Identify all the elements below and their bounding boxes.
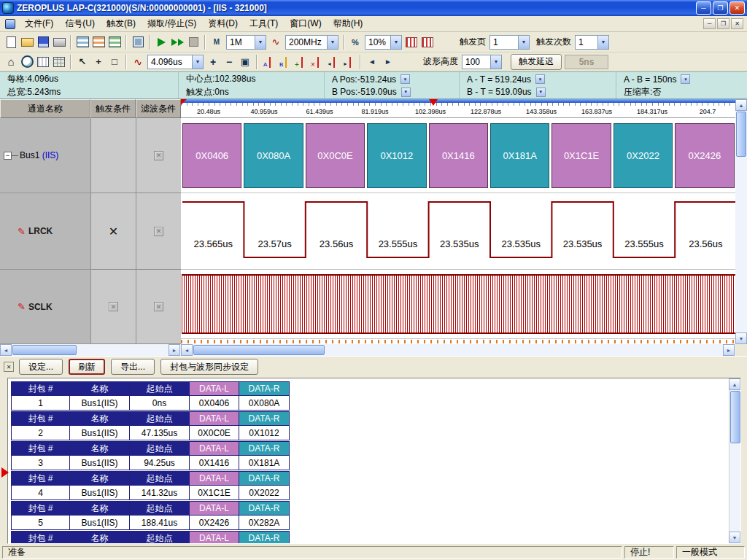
minimize-button[interactable] — [696, 1, 711, 15]
bar-del-icon[interactable] — [309, 54, 325, 70]
column-header-trigger-condition[interactable]: 触发条件 — [90, 99, 136, 118]
menu-item[interactable]: 文件(F) — [19, 15, 59, 32]
sample-rate-icon[interactable] — [268, 34, 284, 50]
sample-depth-select-value[interactable]: 1M — [227, 36, 255, 49]
packet-group[interactable]: 封包 #名称起始点DATA-LDATA-R1Bus1(IIS)0ns0X0406… — [11, 381, 290, 411]
grid-icon[interactable] — [51, 54, 67, 70]
menu-item[interactable]: 窗口(W) — [284, 15, 327, 32]
bar-next-icon[interactable] — [341, 54, 357, 70]
packet-group[interactable]: 封包 #名称起始点DATA-LDATA-R6Bus1(IIS)235.53us0… — [11, 531, 290, 544]
settings-button[interactable]: 设定... — [19, 359, 63, 375]
trigger-page-dropdown-button[interactable] — [518, 36, 529, 49]
bus-data-segment[interactable]: 0X0C0E — [306, 123, 365, 188]
mdi-minimize-button[interactable] — [703, 18, 716, 29]
scroll-left-button[interactable] — [0, 344, 12, 356]
scroll-up-button[interactable] — [735, 99, 747, 111]
export-button[interactable]: 导出... — [111, 359, 155, 375]
trigger-cell-sclk[interactable] — [90, 270, 136, 344]
packet-group[interactable]: 封包 #名称起始点DATA-LDATA-R3Bus1(IIS)94.25us0X… — [11, 441, 290, 470]
trigger-position-select-value[interactable]: 10% — [365, 36, 390, 49]
packet-value-row[interactable]: 3Bus1(IIS)94.25us0X14160X181A — [12, 456, 289, 470]
module-icon[interactable] — [130, 34, 146, 50]
packet-group[interactable]: 封包 #名称起始点DATA-LDATA-R2Bus1(IIS)47.135us0… — [11, 411, 290, 440]
bus-data-segment[interactable]: 0X0406 — [182, 123, 241, 188]
menu-item[interactable]: 信号(U) — [59, 15, 101, 32]
run-icon[interactable] — [153, 34, 169, 50]
filter-cell-bus1[interactable] — [136, 118, 181, 193]
trigger-icon-b-icon[interactable] — [419, 34, 436, 50]
wave-height-dropdown-button[interactable] — [490, 55, 501, 69]
waveform-vscrollbar[interactable] — [735, 99, 747, 344]
menu-item[interactable]: 帮助(H) — [328, 15, 369, 32]
scroll-right-button[interactable] — [169, 344, 180, 356]
a-minus-b-dropdown-button[interactable] — [681, 74, 690, 84]
channel-name-lrck[interactable]: LRCK — [0, 193, 90, 270]
trigger-icon-a-icon[interactable] — [403, 34, 419, 50]
time-ruler[interactable]: 20.48us40.959us61.439us81.919us102.398us… — [181, 99, 735, 118]
bar-b-icon[interactable] — [276, 54, 293, 70]
trigger-page-value[interactable]: 1 — [490, 36, 518, 49]
bus-data-segment[interactable]: 0X2022 — [614, 123, 673, 188]
bus-data-segment[interactable]: 0X1C1E — [551, 123, 611, 188]
time-scale-dropdown-button[interactable] — [192, 55, 203, 69]
trigger-position-select-dropdown-button[interactable] — [390, 36, 401, 49]
mdi-close-button[interactable] — [731, 18, 743, 29]
ruler-grid-icon[interactable] — [35, 54, 51, 70]
bus-data-segment[interactable]: 0X181A — [490, 123, 549, 188]
time-scale-value[interactable]: 4.096us — [148, 55, 192, 69]
zoom-box-icon[interactable] — [107, 54, 123, 70]
b-position-dropdown-button[interactable] — [401, 88, 411, 97]
pointer-icon[interactable] — [74, 54, 90, 70]
document-icon[interactable] — [5, 19, 15, 29]
waveform-icon[interactable] — [130, 54, 146, 70]
packet-value-row[interactable]: 4Bus1(IIS)141.32us0X1C1E0X2022 — [12, 486, 289, 499]
clock-icon[interactable] — [19, 54, 35, 70]
mdi-restore-button[interactable] — [717, 18, 729, 29]
channel-name-sclk[interactable]: SCLK — [0, 270, 90, 344]
wave-height-value[interactable]: 100 — [462, 55, 490, 69]
scroll-thumb[interactable] — [730, 391, 740, 443]
b-minus-t-dropdown-button[interactable] — [536, 88, 546, 97]
bus-data-segment[interactable]: 0X2426 — [675, 123, 734, 188]
packet-group[interactable]: 封包 #名称起始点DATA-LDATA-R5Bus1(IIS)188.41us0… — [11, 501, 290, 530]
sample-rate-select-value[interactable]: 200MHz — [286, 36, 327, 49]
a-position-dropdown-button[interactable] — [400, 74, 410, 84]
bar-add-icon[interactable] — [293, 54, 309, 70]
scroll-right-button[interactable] — [723, 344, 735, 356]
zoom-in-icon[interactable] — [205, 54, 221, 70]
channel-panel-hscrollbar[interactable] — [0, 344, 181, 356]
bus-grid-1-icon[interactable] — [74, 34, 90, 50]
packet-value-row[interactable]: 1Bus1(IIS)0ns0X04060X080A — [12, 396, 289, 410]
bus-data-segment[interactable]: 0X1416 — [429, 123, 488, 188]
scroll-down-button[interactable] — [729, 532, 740, 543]
filter-cell-lrck[interactable] — [136, 193, 181, 270]
a-minus-t-dropdown-button[interactable] — [535, 74, 545, 84]
trigger-count-dropdown-button[interactable] — [597, 36, 608, 49]
zoom-out-icon[interactable] — [221, 54, 237, 70]
scroll-thumb[interactable] — [12, 345, 77, 355]
origin-marker[interactable] — [181, 99, 187, 105]
filter-cell-sclk[interactable] — [136, 270, 181, 344]
trigger-pos-icon[interactable] — [347, 34, 363, 50]
packet-group[interactable]: 封包 #名称起始点DATA-LDATA-R4Bus1(IIS)141.32us0… — [11, 471, 290, 500]
close-button[interactable] — [729, 1, 745, 15]
tree-collapse-icon[interactable] — [4, 152, 12, 160]
trigger-cell-lrck[interactable]: ✕ — [90, 193, 136, 270]
menu-item[interactable]: 撷取/停止(S) — [142, 15, 202, 32]
stop-capture-icon[interactable] — [185, 34, 201, 50]
packet-value-row[interactable]: 2Bus1(IIS)47.135us0X0C0E0X1012 — [12, 426, 289, 440]
packet-value-row[interactable]: 5Bus1(IIS)188.41us0X24260X282A — [12, 516, 289, 529]
edit-pen-icon[interactable] — [18, 226, 26, 237]
sample-depth-select-dropdown-button[interactable] — [255, 36, 266, 49]
home-icon[interactable] — [3, 54, 19, 70]
new-file-icon[interactable] — [3, 34, 19, 50]
packet-wave-sync-button[interactable]: 封包与波形同步设定 — [160, 359, 258, 375]
bus-data-segment[interactable]: 0X080A — [244, 123, 303, 188]
bus-data-segment[interactable]: 0X1012 — [367, 123, 426, 188]
trigger-cell-bus1[interactable] — [90, 118, 136, 193]
hand-move-icon[interactable] — [90, 54, 107, 70]
run-repeat-icon[interactable] — [169, 34, 185, 50]
scroll-left-button[interactable] — [181, 344, 193, 356]
menu-item[interactable]: 资料(D) — [202, 15, 244, 32]
goto-next-icon[interactable] — [380, 54, 396, 70]
